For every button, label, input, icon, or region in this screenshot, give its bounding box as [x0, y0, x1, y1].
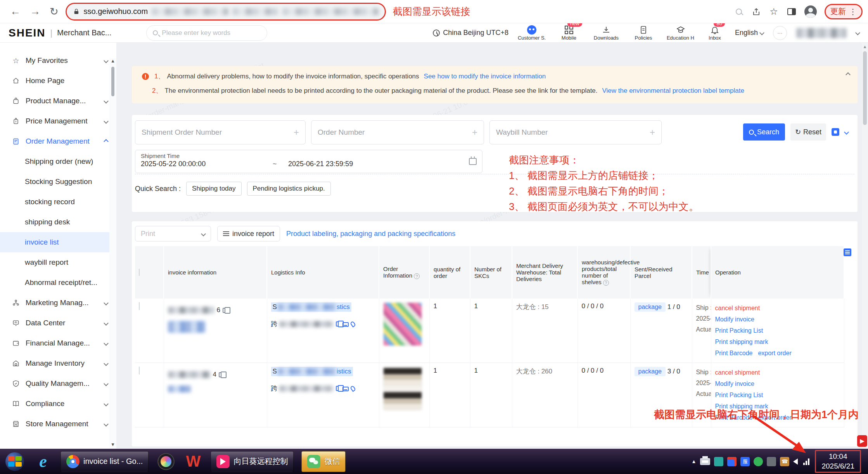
wechat-task-button[interactable]: 微信 — [301, 451, 346, 472]
save-filter-icon[interactable] — [832, 128, 839, 136]
tray-icon-blue-red[interactable] — [727, 457, 737, 466]
plus-icon[interactable]: + — [650, 127, 655, 138]
browser-update-button[interactable]: 更新 ⋮ — [825, 4, 863, 19]
sidebar-item-price-management[interactable]: Price Management — [0, 111, 116, 131]
column-settings-icon[interactable] — [844, 248, 851, 256]
wps-icon[interactable]: W — [183, 451, 204, 472]
sidebar-item-home-page[interactable]: Home Page — [0, 71, 116, 91]
sidebar-scrollbar[interactable]: ▲ ▼ — [109, 58, 116, 449]
print-shipping-mark-link[interactable]: Print shipping mark — [715, 336, 840, 347]
shein-logo[interactable]: SHEIN — [9, 27, 46, 39]
zoom-icon[interactable] — [734, 7, 744, 17]
browser-profile-avatar[interactable] — [804, 5, 817, 18]
share-icon[interactable] — [752, 7, 761, 16]
scroll-down-icon[interactable]: ▼ — [109, 442, 116, 447]
sidebar-item-stocking-suggestion[interactable]: Stocking Suggestion — [0, 172, 116, 192]
print-packing-list-link[interactable]: Print Packing List — [715, 325, 840, 336]
sidebar-item-manage-inventory[interactable]: Manage Inventory — [0, 353, 116, 373]
modify-invoice-link[interactable]: Modify invoice — [715, 314, 840, 325]
sidebar-scroll-thumb[interactable] — [111, 67, 114, 96]
browser-menu-icon[interactable]: ⋮ — [849, 7, 857, 16]
phone-tray-icon[interactable]: ☎ — [780, 457, 789, 466]
modify-invoice-link[interactable]: Modify invoice — [715, 378, 840, 389]
order-number-input[interactable]: Order Number+ — [311, 120, 484, 144]
system-clock[interactable]: 10:04 2025/6/21 — [815, 450, 861, 473]
tray-icon-teal[interactable] — [714, 457, 723, 466]
package-tag[interactable]: package — [635, 367, 666, 376]
plus-icon[interactable]: + — [294, 127, 299, 138]
sidebar-item-stocking-record[interactable]: stocking record — [0, 192, 116, 212]
sidebar-item-store-management[interactable]: Store Management — [0, 414, 116, 434]
copy-icon[interactable] — [223, 308, 227, 313]
waybill-number-input[interactable]: Waybill Number+ — [489, 120, 662, 144]
product-image[interactable] — [383, 367, 422, 410]
sidebar-item-marketing-management[interactable]: Marketing Manag... — [0, 293, 116, 313]
menu-inbox[interactable]: 80 Inbox — [704, 25, 726, 41]
time-from-value[interactable]: 2025-05-22 00:00:00 — [141, 160, 273, 168]
sidebar-item-financial-management[interactable]: Financial Manage... — [0, 333, 116, 353]
copy-icon[interactable] — [336, 321, 340, 326]
shipment-time-range-picker[interactable]: Shipment Time 2025-05-22 00:00:00 ~ 2025… — [135, 150, 482, 173]
product-image[interactable] — [383, 302, 422, 346]
print-barcode-link[interactable]: Print Barcode — [715, 347, 753, 359]
sidebar-item-shipping-order-new[interactable]: Shipping order (new) — [0, 151, 116, 172]
sidebar-item-waybill-report[interactable]: waybill report — [0, 252, 116, 273]
sidebar-item-shipping-desk[interactable]: shipping desk — [0, 212, 116, 232]
tray-icon-green[interactable] — [754, 457, 763, 466]
select-all-checkbox[interactable] — [139, 269, 140, 276]
search-button[interactable]: Search — [743, 123, 785, 141]
address-bar[interactable]: sso.geiwohuo.com — [66, 3, 386, 21]
id-card-icon[interactable] — [342, 322, 349, 327]
copy-icon[interactable] — [219, 372, 223, 377]
menu-policies[interactable]: Policies — [629, 25, 657, 41]
export-order-link[interactable]: export order — [758, 347, 791, 359]
menu-mobile[interactable]: new Mobile — [555, 25, 583, 41]
internet-explorer-icon[interactable]: e — [33, 451, 54, 472]
phone-icon[interactable] — [349, 385, 356, 392]
expand-filters-icon[interactable] — [844, 130, 849, 135]
menu-customer-service[interactable]: Customer S... — [518, 25, 546, 41]
reset-button[interactable]: ↻Reset — [790, 123, 826, 141]
sidebar-item-abnormal-receipt[interactable]: Abnormal receipt/ret... — [0, 273, 116, 293]
scroll-up-icon[interactable]: ▲ — [862, 43, 868, 49]
print-packing-list-link[interactable]: Print Packing List — [715, 389, 840, 401]
start-button[interactable] — [5, 452, 24, 471]
package-tag[interactable]: package — [635, 302, 666, 312]
network-signal-icon[interactable] — [803, 458, 809, 465]
language-selector[interactable]: English — [735, 29, 764, 37]
row-checkbox[interactable] — [139, 366, 140, 375]
account-chevron-icon[interactable] — [855, 30, 860, 35]
cancel-shipment-link[interactable]: cancel shipment — [715, 302, 840, 314]
sidebar-item-quality-management[interactable]: Quality Managem... — [0, 373, 116, 394]
sidebar-item-compliance[interactable]: Compliance — [0, 394, 116, 414]
help-icon[interactable]: ? — [603, 280, 609, 286]
sunflower-task-button[interactable]: 向日葵远程控制 — [211, 451, 294, 472]
volume-icon[interactable] — [793, 458, 798, 465]
banner-link-2[interactable]: View the environmental protection label … — [602, 87, 744, 95]
chrome-task-button[interactable]: invoice list - Go... — [61, 451, 149, 472]
time-to-value[interactable]: 2025-06-21 23:59:59 — [288, 160, 353, 168]
page-scroll-thumb[interactable] — [863, 51, 867, 125]
printer-tray-icon[interactable] — [700, 458, 710, 465]
calendar-icon[interactable] — [469, 158, 477, 165]
copy-icon[interactable] — [336, 386, 340, 391]
cancel-shipment-link[interactable]: cancel shipment — [715, 367, 840, 378]
scroll-up-icon[interactable]: ▲ — [109, 58, 116, 64]
floating-red-widget-icon[interactable]: ▶ — [857, 435, 867, 447]
row-checkbox[interactable] — [139, 302, 140, 310]
menu-education[interactable]: Education H... — [667, 25, 695, 41]
sidebar-item-data-center[interactable]: Data Center — [0, 313, 116, 333]
sidebar-item-order-management[interactable]: Order Management — [0, 131, 116, 151]
side-panel-icon[interactable] — [787, 7, 797, 17]
print-dropdown[interactable]: Print — [135, 226, 211, 241]
sidebar-item-my-favorites[interactable]: ☆ My Favorites — [0, 50, 116, 71]
banner-link-1[interactable]: See how to modify the invoice informatio… — [424, 73, 546, 80]
sidebar-item-product-management[interactable]: Product Manage... — [0, 91, 116, 111]
header-search-input[interactable]: Please enter key words — [146, 25, 267, 41]
tray-icon-grey[interactable] — [767, 457, 776, 466]
reload-icon[interactable]: ↻ — [50, 5, 59, 18]
bookmark-star-icon[interactable]: ☆ — [769, 7, 779, 17]
invoice-report-button[interactable]: invoice report — [217, 226, 280, 241]
forward-icon[interactable]: → — [30, 5, 40, 17]
packing-specs-link[interactable]: Product labeling, packaging and packing … — [286, 230, 455, 238]
